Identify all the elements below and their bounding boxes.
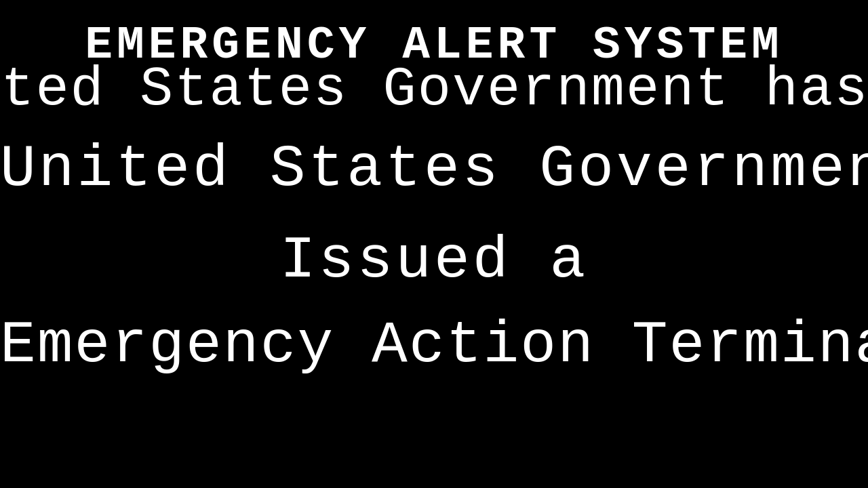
main-text-line3: Emergency Action Termination xyxy=(0,312,868,379)
ticker-text: ited States Government has issued a xyxy=(0,58,868,121)
ticker-line: ited States Government has issued a xyxy=(0,58,868,121)
eas-screen: EMERGENCY ALERT SYSTEM ited States Gover… xyxy=(0,0,868,488)
main-text-line1: United States Government xyxy=(0,136,868,203)
main-text-line2: Issued a xyxy=(0,227,868,294)
